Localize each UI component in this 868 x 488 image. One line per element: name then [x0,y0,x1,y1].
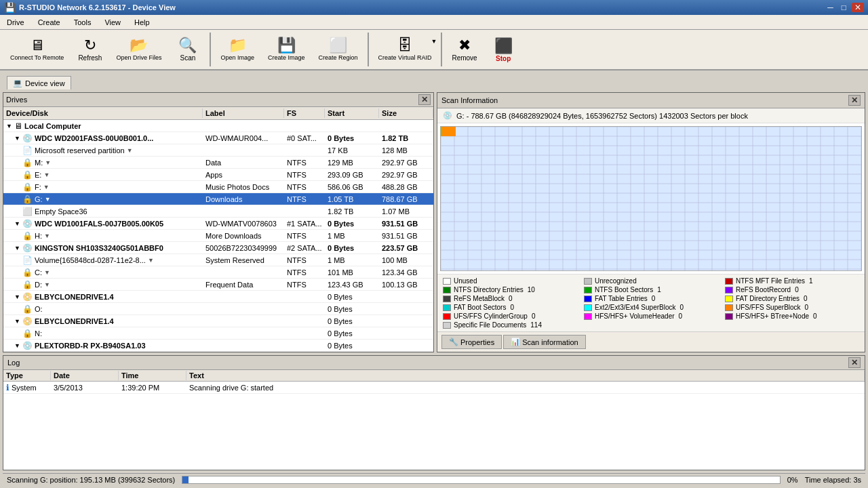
table-row[interactable]: 📄 Microsoft reserved partition ▼ 17 KB 1… [3,144,433,157]
table-row[interactable]: ⬜ Empty Space36 1.82 TB 1.07 MB [3,205,433,218]
table-row[interactable]: ▼ 💿 WDC WD1001FALS-00J7B005.00K05 WD-WMA… [3,218,433,230]
legend-ufs-super: UFS/FFS SuperBlock 0 [725,304,859,311]
drives-table-header: Device/Disk Label FS Start Size [3,107,433,120]
table-row[interactable]: 🔒 E: ▼ Apps NTFS 293.09 GB 292.97 GB [3,169,433,181]
legend-ext-super-count: 0 [680,304,684,311]
scan-info-button[interactable]: 📊 Scan information [503,335,586,349]
menu-help[interactable]: Help [127,17,157,28]
device-view-tab[interactable]: 💻 Device view [7,76,71,89]
drive-start: 1 MB [325,256,379,265]
table-row[interactable]: 🔒 O: 0 Bytes [3,303,433,315]
table-row[interactable]: ▼ 🖥 Local Computer [3,120,433,132]
expand-icon[interactable]: ▼ [14,220,20,227]
refresh-button[interactable]: ↻ Refresh [71,35,108,65]
expand-icon[interactable]: ▼ [14,293,20,300]
expand-icon[interactable]: ▼ [14,245,20,251]
properties-button[interactable]: 🔧 Properties [441,335,502,349]
legend-specific-files: Specific File Documents 114 [443,321,577,329]
table-row[interactable]: 📄 Volume{165848cd-0287-11e2-8... ▼ Syste… [3,254,433,266]
dropdown-icon[interactable]: ▼ [44,281,50,288]
scan-button[interactable]: 🔍 Scan [169,35,206,65]
connect-remote-icon: 🖥 [30,38,45,53]
expand-icon[interactable]: ▼ [14,342,20,349]
open-image-button[interactable]: 📁 Open Image [214,35,260,65]
expand-icon[interactable]: ▼ [14,318,20,325]
table-row[interactable]: ▼ 💿 PLEXTORBD-R PX-B940SA1.03 0 Bytes [3,340,433,352]
dropdown-icon[interactable]: ▼ [44,269,50,276]
legend-ntfs-mft-count: 1 [809,277,813,285]
window-title: R-STUDIO Network 6.2.153617 - Device Vie… [19,3,176,12]
dropdown-icon[interactable]: ▼ [45,196,51,203]
legend-fat-boot-count: 0 [510,304,514,311]
menu-drive[interactable]: Drive [0,17,31,28]
drive-fs: NTFS [284,158,325,167]
titlebar-controls: ─ □ ✕ [825,3,864,12]
drives-panel-header: Drives ✕ [3,93,433,107]
table-row[interactable]: 🔒 N: 0 Bytes [3,327,433,340]
table-row[interactable]: 🔒 F: ▼ Music Photos Docs NTFS 586.06 GB … [3,181,433,193]
drive-size: 100 MB [379,256,433,265]
log-text-cell: Scanning drive G: started [186,383,865,392]
menu-tools[interactable]: Tools [67,17,98,28]
log-col-text: Text [186,371,865,380]
drive-name: Volume{165848cd-0287-11e2-8... [35,256,146,264]
expand-icon[interactable]: ▼ [14,135,20,142]
drives-panel-title: Drives [6,96,27,104]
maximize-button[interactable]: □ [839,3,849,12]
raid-dropdown-icon[interactable]: ▼ [431,38,437,45]
drives-body: ▼ 🖥 Local Computer ▼ 💿 WDC WD2001FASS-00… [3,120,433,352]
close-button[interactable]: ✕ [852,3,864,12]
log-col-time: Time [119,371,186,380]
create-region-button[interactable]: ⬜ Create Region [312,35,363,65]
stop-button[interactable]: ⬛ Stop [485,34,522,66]
menu-view[interactable]: View [98,17,127,28]
table-row[interactable]: ▼ 📀 ELBYCLONEDRIVE1.4 0 Bytes [3,315,433,327]
drive-fs: NTFS [284,231,325,241]
drive-fs: NTFS [284,268,325,277]
titlebar: 💾 R-STUDIO Network 6.2.153617 - Device V… [0,0,868,15]
legend-ext-super-box [584,304,592,311]
open-drive-files-button[interactable]: 📂 Open Drive Files [110,35,167,65]
drives-panel-close[interactable]: ✕ [418,94,431,105]
dropdown-icon[interactable]: ▼ [127,147,133,154]
create-virtual-raid-button[interactable]: 🗄 Create Virtual RAID ▼ [372,35,438,65]
dropdown-icon[interactable]: ▼ [148,257,154,264]
dropdown-icon[interactable]: ▼ [44,232,50,239]
drive-fs: #1 SATA... [284,219,325,228]
table-row[interactable]: ▼ 📀 ELBYCLONEDRIVE1.4 0 Bytes [3,291,433,303]
drive-name: H: [35,232,42,240]
scan-active-cell [441,127,456,136]
partition-icon: 🔒 [22,329,33,338]
legend-ntfs-dir-label: NTFS Directory Entries [454,286,524,293]
scan-panel-close[interactable]: ✕ [848,95,861,106]
dropdown-icon[interactable]: ▼ [43,184,50,190]
table-row[interactable]: 🔒 M: ▼ Data NTFS 129 MB 292.97 GB [3,157,433,169]
table-row[interactable]: ▼ 💿 KINGSTON SH103S3240G501ABBF0 50026B7… [3,242,433,254]
log-panel-title: Log [7,359,20,367]
dropdown-icon[interactable]: ▼ [45,159,51,166]
table-row[interactable]: ▼ 💿 WDC WD2001FASS-00U0B001.0... WD-WMAU… [3,132,433,144]
drive-name: N: [35,329,42,338]
legend-ufs-cylinder-label: UFS/FFS CylinderGroup [454,312,528,320]
legend-ufs-cylinder: UFS/FFS CylinderGroup 0 [443,312,577,320]
dropdown-icon[interactable]: ▼ [43,171,50,178]
log-time-cell: 1:39:20 PM [119,383,186,392]
legend-unrecognized-label: Unrecognized [595,277,637,285]
connect-remote-button[interactable]: 🖥 Connect To Remote [4,35,70,65]
log-panel-close[interactable]: ✕ [848,357,861,368]
minimize-button[interactable]: ─ [825,3,836,12]
scan-drive-text: G: - 788.67 GB (846828929024 Bytes, 1653… [456,112,748,120]
table-row[interactable]: 🔒 H: ▼ More Downloads NTFS 1 MB 931.51 G… [3,230,433,242]
remove-button[interactable]: ✖ Remove [446,35,483,65]
scan-info-label: Scan information [522,338,578,346]
table-row[interactable]: 🔒 G: ▼ Downloads NTFS 1.05 TB 788.67 GB [3,193,433,205]
expand-icon[interactable]: ▼ [6,123,12,129]
drive-fs: #0 SAT... [284,134,325,143]
log-type-text: System [12,384,37,392]
table-row[interactable]: 🔒 C: ▼ NTFS 101 MB 123.34 GB [3,266,433,279]
drive-fs: NTFS [284,195,325,204]
menu-create[interactable]: Create [31,17,67,28]
create-image-button[interactable]: 💾 Create Image [262,35,311,65]
log-panel: Log ✕ Type Date Time Text ℹ System 3/5/2… [3,355,865,470]
table-row[interactable]: 🔒 D: ▼ Frequent Data NTFS 123.43 GB 100.… [3,279,433,291]
